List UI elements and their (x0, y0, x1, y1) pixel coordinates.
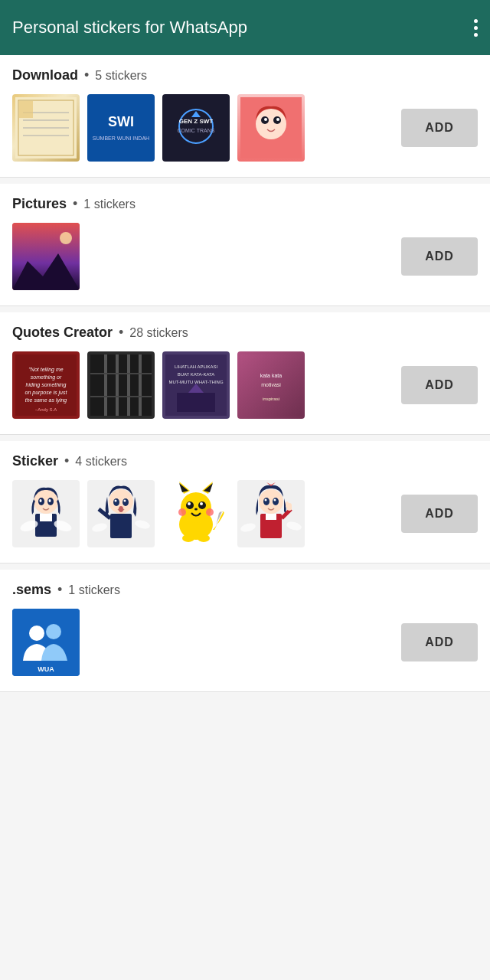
section-body-sems: WUA ADD (12, 609, 478, 676)
add-button-quotes[interactable]: ADD (401, 366, 478, 404)
add-button-pictures[interactable]: ADD (401, 237, 478, 276)
svg-point-80 (200, 502, 203, 505)
svg-text:MUT-MUTU WHAT-THING: MUT-MUTU WHAT-THING (168, 380, 224, 384)
section-title-sticker: Sticker (12, 453, 58, 469)
svg-point-93 (274, 499, 276, 501)
sticker-previews-sems: WUA (12, 609, 401, 676)
app-title: Personal stickers for WhatsApp (12, 18, 247, 38)
sticker-previews-download: SWI SUMBER WUNI INDAH GEN Z SWT COMIC TR… (12, 94, 401, 162)
svg-point-64 (124, 500, 126, 502)
svg-point-85 (198, 534, 210, 542)
section-count-sems: 1 stickers (68, 583, 120, 597)
svg-text:hiding something: hiding something (26, 382, 67, 388)
svg-text:SWI: SWI (108, 114, 134, 129)
svg-rect-95 (266, 514, 276, 520)
sticker-thumb: WUA (12, 609, 80, 676)
svg-point-19 (264, 118, 267, 121)
svg-point-61 (113, 498, 119, 506)
section-header-pictures: Pictures • 1 stickers (12, 196, 478, 212)
svg-point-79 (188, 502, 191, 505)
sticker-thumb (12, 94, 80, 162)
sticker-thumb: SWI SUMBER WUNI INDAH (87, 94, 155, 162)
svg-text:~Andy S.A: ~Andy S.A (35, 407, 57, 412)
svg-text:kata kata: kata kata (260, 373, 283, 378)
svg-point-90 (263, 498, 270, 505)
svg-point-16 (256, 109, 286, 139)
svg-point-102 (29, 626, 44, 641)
svg-point-82 (206, 508, 214, 516)
sticker-thumb (162, 480, 230, 547)
svg-point-92 (265, 499, 267, 501)
sticker-thumb: kata kata motivasi inspirasi (237, 351, 305, 419)
sticker-thumb (87, 480, 155, 547)
svg-point-91 (273, 498, 279, 505)
svg-text:SUMBER WUNI INDAH: SUMBER WUNI INDAH (93, 136, 149, 141)
section-pictures: Pictures • 1 stickers (0, 184, 490, 306)
section-sems: .sems • 1 stickers WUA ADD (0, 570, 490, 692)
svg-point-53 (40, 499, 42, 502)
svg-point-62 (122, 498, 129, 506)
sticker-thumb (87, 351, 155, 419)
section-header-download: Download • 5 stickers (12, 67, 478, 83)
section-quotes: Quotes Creator • 28 stickers "Not tellin… (0, 312, 490, 435)
sticker-thumb (12, 223, 80, 290)
sticker-thumb (237, 480, 305, 547)
section-title-sems: .sems (12, 582, 51, 598)
section-count-sticker: 4 stickers (75, 455, 127, 469)
svg-text:motivasi: motivasi (261, 382, 281, 387)
sticker-previews-pictures (12, 223, 401, 290)
sticker-thumb: "Not telling me something or hiding some… (12, 351, 80, 419)
section-body-download: SWI SUMBER WUNI INDAH GEN Z SWT COMIC TR… (12, 94, 478, 162)
section-title-download: Download (12, 67, 78, 83)
svg-rect-65 (110, 514, 132, 538)
svg-rect-98 (286, 501, 289, 508)
svg-point-24 (60, 232, 72, 244)
sticker-previews-sticker (12, 480, 401, 547)
svg-point-103 (46, 624, 61, 639)
svg-point-63 (115, 500, 117, 502)
section-title-pictures: Pictures (12, 196, 67, 212)
section-header-sticker: Sticker • 4 stickers (12, 453, 478, 469)
svg-point-54 (49, 499, 51, 502)
svg-text:LIHATLAH APLIKASI: LIHATLAH APLIKASI (175, 364, 218, 369)
add-button-sticker[interactable]: ADD (401, 495, 478, 533)
svg-point-66 (119, 506, 123, 512)
section-title-quotes: Quotes Creator (12, 325, 113, 341)
section-count-quotes: 28 stickers (129, 326, 188, 340)
svg-text:"Not telling me: "Not telling me (28, 367, 63, 373)
svg-point-20 (276, 118, 279, 121)
svg-text:BUAT KATA-KATA: BUAT KATA-KATA (178, 372, 215, 377)
svg-text:GEN Z SWT: GEN Z SWT (179, 118, 214, 125)
svg-point-84 (182, 534, 194, 542)
add-button-sems[interactable]: ADD (401, 623, 478, 662)
section-body-sticker: ADD (12, 480, 478, 547)
svg-text:on purpose is just: on purpose is just (25, 390, 68, 396)
section-body-quotes: "Not telling me something or hiding some… (12, 351, 478, 419)
sticker-thumb (12, 480, 80, 547)
svg-rect-32 (90, 354, 152, 416)
section-body-pictures: ADD (12, 223, 478, 290)
add-button-download[interactable]: ADD (401, 109, 478, 147)
section-count-pictures: 1 stickers (83, 198, 136, 211)
sticker-thumb: LIHATLAH APLIKASI BUAT KATA-KATA MUT-MUT… (162, 351, 230, 419)
svg-point-72 (181, 492, 211, 523)
sticker-thumb (237, 94, 305, 162)
svg-point-81 (178, 508, 186, 516)
section-count-download: 5 stickers (95, 69, 147, 83)
app-header: Personal stickers for WhatsApp (0, 0, 490, 55)
more-options-icon[interactable] (474, 19, 478, 37)
svg-text:WUA: WUA (38, 665, 54, 673)
svg-text:the same as lying: the same as lying (25, 397, 67, 403)
svg-text:COMIC TRANS: COMIC TRANS (178, 128, 215, 133)
svg-rect-56 (40, 514, 52, 521)
section-sticker: Sticker • 4 stickers (0, 441, 490, 564)
sticker-previews-quotes: "Not telling me something or hiding some… (12, 351, 401, 419)
section-download: Download • 5 stickers (0, 55, 490, 178)
svg-rect-6 (19, 101, 33, 118)
svg-point-83 (194, 508, 198, 511)
section-header-quotes: Quotes Creator • 28 stickers (12, 325, 478, 341)
svg-text:something or: something or (31, 374, 62, 381)
sticker-thumb: GEN Z SWT COMIC TRANS (162, 94, 230, 162)
section-header-sems: .sems • 1 stickers (12, 582, 478, 598)
svg-text:inspirasi: inspirasi (263, 397, 279, 401)
